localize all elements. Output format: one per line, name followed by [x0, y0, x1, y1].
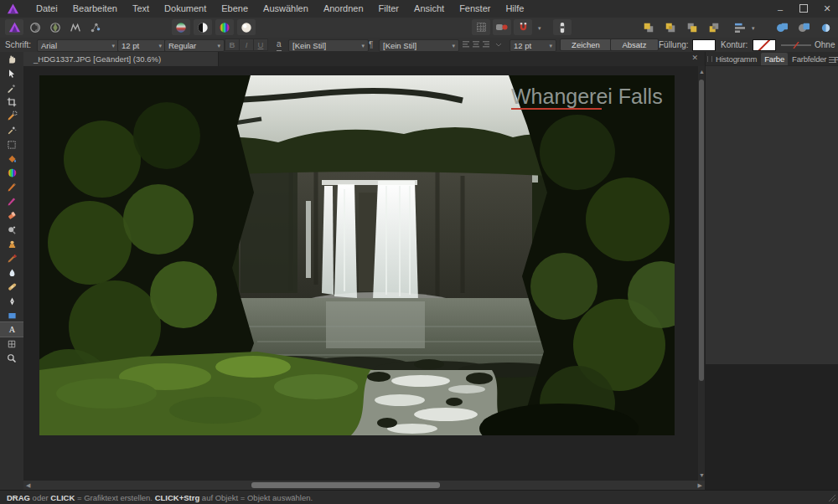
- auto-contrast-icon[interactable]: [194, 19, 212, 35]
- alignment-caret[interactable]: ▾: [752, 25, 755, 31]
- auto-white-balance-icon[interactable]: [237, 19, 256, 35]
- vertical-scroll-thumb[interactable]: [699, 80, 704, 381]
- tone-mapping-persona-icon[interactable]: [66, 19, 85, 35]
- canvas[interactable]: [23, 66, 698, 481]
- move-tool[interactable]: [0, 66, 23, 80]
- crop-tool[interactable]: [0, 95, 23, 109]
- photo-document[interactable]: [39, 75, 675, 435]
- font-family-dropdown[interactable]: Arial▾: [37, 39, 119, 52]
- selection-brush-tool[interactable]: [0, 109, 23, 123]
- stroke-none-label: Ohne: [815, 38, 835, 52]
- status-click-strg: CLICK+Strg: [155, 493, 200, 502]
- tab-farbe[interactable]: Farbe: [761, 53, 788, 65]
- character-panel-button[interactable]: Zeichen: [560, 39, 612, 51]
- menu-fenster[interactable]: Fenster: [452, 0, 498, 18]
- fill-swatch[interactable]: [692, 39, 716, 51]
- zoom-tool[interactable]: [0, 351, 23, 365]
- pixel-grid-icon[interactable]: [472, 19, 490, 35]
- blur-tool[interactable]: [0, 265, 23, 280]
- photo-persona-icon[interactable]: [5, 19, 23, 35]
- font-size-dropdown[interactable]: 12 pt▾: [117, 39, 166, 52]
- text-alignment-icons[interactable]: [463, 41, 501, 49]
- flood-select-tool[interactable]: [0, 123, 23, 137]
- blemish-removal-tool[interactable]: [0, 223, 23, 237]
- snapping-options-caret[interactable]: ▾: [538, 25, 541, 31]
- healing-brush-tool[interactable]: [0, 251, 23, 265]
- view-tool[interactable]: [0, 52, 23, 66]
- italic-button[interactable]: I: [239, 39, 254, 51]
- liquify-persona-icon[interactable]: [26, 19, 44, 35]
- close-button[interactable]: ✕: [821, 3, 833, 14]
- text-tool[interactable]: A: [0, 322, 23, 337]
- menu-ansicht[interactable]: Ansicht: [406, 0, 452, 18]
- move-to-back-icon[interactable]: [705, 19, 723, 35]
- mesh-warp-tool[interactable]: [0, 337, 23, 351]
- marquee-tool[interactable]: [0, 137, 23, 152]
- status-bar: DRAG oder CLICK = Grafiktext erstellen. …: [0, 490, 838, 504]
- canvas-horizontal-scrollbar[interactable]: ◀ ▶: [23, 481, 705, 490]
- pen-tool[interactable]: [0, 294, 23, 308]
- paragraph-panel-button[interactable]: Absatz: [610, 39, 659, 51]
- scroll-down-icon[interactable]: ▼: [699, 472, 705, 478]
- navigator-body: [706, 364, 838, 490]
- resize-grip-icon[interactable]: [828, 494, 836, 502]
- boolean-divide-icon[interactable]: [816, 19, 835, 35]
- paragraph-style-dropdown[interactable]: [Kein Stil]▾: [379, 39, 459, 52]
- menu-auswaehlen[interactable]: Auswählen: [256, 0, 316, 18]
- tab-histogramm[interactable]: Histogramm: [712, 53, 760, 65]
- menu-text[interactable]: Text: [125, 0, 157, 18]
- clone-stamp-tool[interactable]: [0, 237, 23, 251]
- menu-anordnen[interactable]: Anordnen: [316, 0, 371, 18]
- move-backward-icon[interactable]: [683, 19, 701, 35]
- shape-tool[interactable]: [0, 308, 23, 322]
- menu-datei[interactable]: Datei: [28, 0, 65, 18]
- typography-icon[interactable]: a: [277, 39, 282, 51]
- menu-hilfe[interactable]: Hilfe: [498, 0, 531, 18]
- stroke-swatch[interactable]: [753, 39, 776, 51]
- auto-levels-icon[interactable]: [172, 19, 190, 35]
- alignment-icon[interactable]: [731, 19, 749, 35]
- menu-dokument[interactable]: Dokument: [157, 0, 214, 18]
- font-style-dropdown[interactable]: Regular▾: [164, 39, 225, 52]
- stroke-label: Kontur:: [721, 38, 747, 52]
- move-to-front-icon[interactable]: [639, 19, 658, 35]
- menu-filter[interactable]: Filter: [371, 0, 406, 18]
- flood-fill-tool[interactable]: [0, 152, 23, 166]
- menu-bearbeiten[interactable]: Bearbeiten: [65, 0, 125, 18]
- paint-brush-tool[interactable]: [0, 180, 23, 194]
- minimize-button[interactable]: –: [774, 4, 786, 14]
- develop-persona-icon[interactable]: [46, 19, 65, 35]
- tab-farbfelder[interactable]: Farbfelder: [789, 53, 830, 65]
- leading-dropdown[interactable]: 12 pt▾: [510, 39, 556, 52]
- canvas-vertical-scrollbar[interactable]: ▲ ▼: [698, 66, 705, 481]
- horizontal-scroll-thumb[interactable]: [251, 482, 440, 488]
- move-forward-icon[interactable]: [661, 19, 680, 35]
- character-style-dropdown[interactable]: [Kein Stil]▾: [288, 39, 369, 52]
- scroll-up-icon[interactable]: ▲: [699, 69, 705, 75]
- inpainting-tool[interactable]: [0, 280, 23, 294]
- snapping-magnet-icon[interactable]: [514, 19, 532, 35]
- underline-button[interactable]: U: [253, 39, 268, 51]
- scroll-right-icon[interactable]: ▶: [698, 482, 702, 489]
- panel-menu-icon[interactable]: [829, 55, 836, 62]
- boolean-add-icon[interactable]: [773, 19, 791, 35]
- stroke-style-preview[interactable]: [781, 42, 811, 49]
- scroll-left-icon[interactable]: ◀: [26, 482, 30, 489]
- menu-ebene[interactable]: Ebene: [214, 0, 256, 18]
- color-picker-tool[interactable]: [0, 80, 23, 95]
- assistant-icon[interactable]: [493, 19, 511, 35]
- pixel-tool[interactable]: [0, 194, 23, 208]
- erase-tool[interactable]: [0, 208, 23, 223]
- document-tab[interactable]: _HDG1337.JPG [Geändert] (30.6%): [23, 52, 219, 66]
- pilcrow-icon: ¶: [369, 38, 373, 52]
- export-persona-icon[interactable]: [86, 19, 105, 35]
- insert-target-icon[interactable]: [553, 19, 572, 35]
- bold-button[interactable]: B: [225, 39, 240, 51]
- gradient-tool[interactable]: [0, 166, 23, 180]
- document-tab-bar: _HDG1337.JPG [Geändert] (30.6%) ✕: [23, 52, 705, 66]
- tab-close-icon[interactable]: ✕: [691, 54, 698, 62]
- fill-label: Füllung:: [659, 38, 689, 52]
- boolean-subtract-icon[interactable]: [794, 19, 813, 35]
- auto-colors-icon[interactable]: [215, 19, 234, 35]
- restore-button[interactable]: [798, 4, 810, 14]
